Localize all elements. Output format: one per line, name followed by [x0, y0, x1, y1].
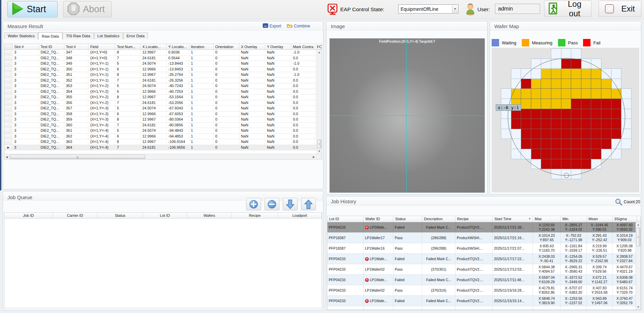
wafer-cell[interactable] [571, 109, 581, 119]
table-row[interactable]: 3DIE2_TQ...348{X=1,Y=0}724.61810.554410N… [4, 56, 322, 61]
wafer-cell[interactable] [591, 88, 601, 99]
wafer-cell[interactable] [551, 169, 561, 179]
wafer-cell[interactable] [621, 88, 631, 99]
wafer-cell[interactable] [541, 119, 551, 129]
magnifier-icon[interactable] [615, 198, 622, 207]
eap-control-state-select[interactable]: EquipmentOffLine ▼ [398, 4, 458, 14]
column-header-recipe[interactable]: Recipe [232, 213, 278, 218]
wafer-cell[interactable] [541, 99, 551, 109]
scrollbar-thumb[interactable]: ≡ [317, 140, 321, 148]
wafer-cell[interactable] [561, 88, 572, 99]
column-header-slot[interactable]: Slot # [13, 44, 39, 49]
chevron-down-icon[interactable]: ▼ [452, 5, 458, 13]
wafer-cell[interactable] [611, 149, 622, 159]
column-header-max[interactable]: Max [533, 216, 561, 222]
column-header-carrier-id[interactable]: Carrier ID [53, 213, 98, 218]
wafer-cell[interactable] [511, 139, 521, 149]
wafer-cell[interactable] [531, 99, 541, 109]
wafer-cell[interactable] [531, 109, 541, 119]
table-row[interactable]: 3DIE2_TQ...352{X=1,Y=-1}724.6181-26.3256… [4, 78, 322, 84]
tab-tis-raw-data[interactable]: TIS Raw Data [63, 33, 94, 39]
wafer-cell[interactable] [511, 149, 521, 159]
wafer-cell[interactable] [611, 129, 622, 139]
history-row[interactable]: PFP04233✕LP1Wafe...FailedFailed Mark C..… [327, 254, 641, 264]
start-button[interactable]: Start [7, 1, 58, 17]
wafer-cell[interactable] [611, 109, 622, 119]
wafer-cell[interactable] [551, 88, 561, 99]
scrollbar-thumb[interactable]: ≡ [636, 228, 640, 246]
wafer-cell[interactable] [591, 119, 601, 129]
wafer-cell[interactable] [551, 48, 561, 59]
table-row[interactable]: 3DIE2_TQ...353{X=1,Y=-2}524.5074-40.7243… [4, 83, 322, 89]
wafer-cell[interactable] [561, 169, 572, 179]
history-row[interactable]: PFP04233✕LP2Wafe...FailedFailed Mark C..… [327, 222, 641, 233]
table-row[interactable]: 3DIE2_TQ...350{X=1,Y=-1}612.9966-13.8453… [4, 67, 322, 72]
wafer-cell[interactable] [501, 129, 511, 139]
wafer-cell[interactable] [581, 79, 592, 89]
column-header-iteration[interactable]: Iteration [189, 44, 214, 49]
wafer-cell[interactable] [541, 149, 551, 159]
wafer-cell[interactable] [621, 99, 631, 109]
column-header-wafer-id[interactable]: Wafer ID [364, 216, 393, 222]
wafer-cell[interactable] [571, 169, 581, 179]
wafer-cell[interactable] [551, 68, 561, 79]
column-header-start-time[interactable]: Start Time▼ [493, 216, 533, 222]
table-row[interactable]: 3DIE2_TQ...354{X=1,Y=-2}612.9966-40.7253… [4, 89, 322, 95]
column-header-lot-id[interactable]: Lot ID [143, 213, 187, 218]
column-header-fo[interactable]: FO [315, 44, 322, 49]
column-header-field[interactable]: Field [88, 44, 115, 49]
wafer-cell[interactable] [581, 99, 592, 109]
wafer-cell[interactable] [521, 119, 531, 129]
wafer-cell[interactable] [521, 79, 531, 89]
combine-link[interactable]: Combine [287, 23, 310, 29]
wafer-cell[interactable] [591, 159, 601, 169]
wafer-cell[interactable] [581, 129, 592, 139]
table-row[interactable]: 3DIE2_TQ...355{X=1,Y=-2}812.9967-53.1564… [4, 95, 322, 100]
wafer-cell[interactable] [531, 59, 541, 69]
wafer-cell[interactable] [551, 59, 561, 69]
wafer-cell[interactable] [571, 159, 581, 169]
wafer-cell[interactable] [601, 68, 611, 79]
wafer-cell[interactable] [531, 68, 541, 79]
wafer-cell[interactable] [571, 88, 581, 99]
wafer-cell[interactable] [541, 109, 551, 119]
scroll-down-icon[interactable]: ▼ [317, 150, 322, 153]
wafer-cell[interactable] [531, 119, 541, 129]
wafer-cell[interactable] [601, 109, 611, 119]
wafer-cell[interactable] [611, 68, 622, 79]
wafer-cell[interactable] [611, 79, 622, 89]
wafer-cell[interactable] [581, 139, 592, 149]
wafer-cell[interactable] [581, 159, 592, 169]
wafer-cell[interactable] [521, 139, 531, 149]
camera-image[interactable]: FieldPosition:(X=1,Y=-4) TargetId:7 [329, 38, 485, 193]
wafer-cell[interactable] [531, 79, 541, 89]
wafer-cell[interactable] [561, 79, 572, 89]
wafer-cell[interactable] [551, 119, 561, 129]
wafer-cell[interactable] [561, 48, 572, 59]
move-job-down-button[interactable] [283, 198, 298, 210]
scroll-right-icon[interactable]: ▶ [313, 155, 315, 159]
wafer-cell[interactable] [591, 68, 601, 79]
wafer-cell[interactable] [601, 79, 611, 89]
wafer-cell[interactable] [521, 68, 531, 79]
table-row[interactable]: 3DIE2_TQ...361{X=1,Y=-4}524.5074-94.4843… [4, 128, 322, 134]
tab-error-data[interactable]: Error Data [123, 33, 148, 39]
table-row[interactable]: 3DIE2_TQ...360{X=1,Y=-3}724.6181-80.0856… [4, 123, 322, 128]
column-header-description[interactable]: Description [422, 216, 455, 222]
user-input[interactable] [495, 4, 540, 14]
wafer-cell[interactable] [541, 159, 551, 169]
wafer-cell[interactable] [541, 79, 551, 89]
wafer-cell[interactable] [521, 149, 531, 159]
wafer-cell[interactable] [611, 119, 622, 129]
wafer-cell[interactable] [551, 129, 561, 139]
wafer-cell[interactable] [591, 129, 601, 139]
wafer-cell[interactable] [571, 139, 581, 149]
wafer-cell[interactable] [541, 139, 551, 149]
wafer-cell[interactable] [621, 109, 631, 119]
tab-raw-data[interactable]: Raw Data [38, 32, 62, 40]
wafer-cell[interactable] [601, 99, 611, 109]
wafer-cell[interactable] [591, 109, 601, 119]
wafer-cell[interactable] [511, 68, 521, 79]
wafer-cell[interactable] [621, 139, 631, 149]
wafer-cell[interactable] [521, 129, 531, 139]
